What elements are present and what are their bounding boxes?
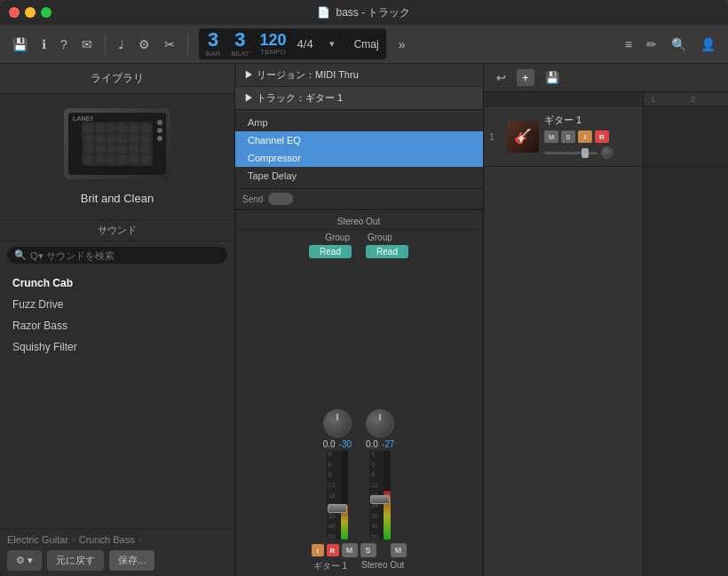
breadcrumb-sep: › (72, 534, 75, 545)
amp-body: LANEY (68, 113, 166, 175)
track-r-btn[interactable]: R (595, 130, 609, 143)
beat-value: 3 (234, 30, 245, 50)
plugin-item-channeleq[interactable]: Channel EQ (235, 131, 483, 149)
track-lane-1 (644, 107, 728, 167)
arrange-panel: ↩ + 💾 ⚙ › 1 🎸 ギター 1 (484, 64, 728, 576)
fader-thumb-2[interactable] (370, 495, 390, 504)
time-signature: 4/4 (297, 37, 313, 51)
pan-val-2: 0.0 (366, 439, 378, 449)
channel-name-stereo: Stereo Out (361, 560, 404, 572)
message-button[interactable]: ✉ (76, 34, 98, 55)
forward-button[interactable]: » (393, 34, 411, 55)
scissors-button[interactable]: ✂ (159, 34, 180, 55)
track-label-text: ▶ トラック：ギター 1 (244, 91, 343, 105)
r-btn-1[interactable]: R (327, 544, 339, 556)
minimize-button[interactable] (25, 7, 36, 18)
main-toolbar: 💾 ℹ ? ✉ ♩ ⚙ ✂ 3 BAR 3 BEAT 120 TEMPO 4/4 (0, 25, 728, 64)
pan-knob-small-1[interactable] (601, 146, 613, 159)
library-footer: Electric Guitar › Crunch Bass › ⚙ ▾ 元に戻す… (0, 528, 234, 576)
send-label: Send (242, 194, 263, 204)
reset-label: 元に戻す (56, 554, 95, 567)
list-item[interactable]: Fuzz Drive (0, 294, 234, 315)
send-row: Send (235, 189, 483, 209)
fader-1[interactable]: 6 0 6 12 18 24 30 40 50 (327, 451, 348, 540)
main-window: 📄 bass - トラック 💾 ℹ ? ✉ ♩ ⚙ ✂ 3 BAR 3 BEAT… (0, 0, 728, 576)
breadcrumb: Electric Guitar › Crunch Bass › (7, 534, 227, 545)
titlebar: 📄 bass - トラック (0, 0, 728, 25)
region-header: ▶ リージョン：MIDI Thru (235, 64, 483, 87)
arrange-toolbar: ↩ + 💾 ⚙ › (484, 64, 728, 92)
fader-thumb-1[interactable] (328, 504, 347, 513)
bar-label: BAR (206, 50, 220, 58)
read-row-1: Read Read (239, 245, 479, 258)
key-signature: Cmaj (354, 38, 379, 51)
group-row-1: Group Group (239, 230, 479, 245)
reset-button[interactable]: 元に戻す (47, 550, 104, 571)
arrange-area: 1 2 3 4 5 (644, 92, 728, 576)
settings-icon: ⚙ ▾ (16, 555, 33, 566)
plugin-item-compressor[interactable]: Compressor (235, 149, 483, 167)
section-label: サウンド (0, 220, 234, 241)
list-item[interactable]: Crunch Cab (0, 272, 234, 294)
metronome-button[interactable]: ♩ (113, 34, 130, 55)
pan-knob-2[interactable] (366, 409, 394, 438)
s-btn-1[interactable]: S (360, 543, 376, 557)
group-label-1: Group (325, 233, 350, 242)
save-arrange-btn[interactable]: 💾 (540, 69, 565, 86)
level-marks-1: 6 0 6 12 18 24 30 40 50 (328, 451, 336, 540)
breadcrumb-arrow: › (138, 534, 142, 545)
list-item[interactable]: Squishy Filter (0, 336, 234, 358)
maximize-button[interactable] (41, 7, 51, 18)
fader-strip-1: 0.0 -30 6 0 6 12 18 (323, 409, 352, 540)
doc-icon: 📄 (317, 6, 330, 19)
pan-knob-1[interactable] (323, 409, 352, 438)
track-s-btn[interactable]: S (561, 130, 575, 143)
m-btn-1[interactable]: M (342, 543, 358, 557)
track-thumbnail-1: 🎸 (507, 121, 539, 153)
divider-2 (187, 34, 188, 55)
save-button[interactable]: 保存... (109, 550, 154, 571)
region-label-text: ▶ リージョン：MIDI Thru (244, 68, 359, 82)
faders-row: 0.0 -30 6 0 6 12 18 (323, 258, 395, 543)
i-btn-1[interactable]: I (312, 544, 324, 556)
pan-values-1: 0.0 -30 (323, 439, 352, 449)
ruler-space (484, 92, 643, 107)
list-item[interactable]: Razor Bass (0, 315, 234, 336)
read-btn-1[interactable]: Read (309, 245, 352, 258)
close-button[interactable] (9, 7, 20, 18)
read-btn-2[interactable]: Read (366, 245, 408, 258)
volume-slider-1[interactable] (544, 152, 597, 154)
plugin-list: Amp Channel EQ Compressor Tape Delay (235, 110, 483, 189)
track-controls-1: M S I R (544, 130, 637, 143)
amp-speaker-grid (82, 122, 153, 166)
info-button[interactable]: ℹ (36, 34, 51, 55)
ruler: 1 2 3 4 5 (644, 92, 728, 107)
help-button[interactable]: ? (55, 34, 73, 55)
plugin-item-tapedelay[interactable]: Tape Delay (235, 167, 483, 185)
track-i-btn[interactable]: I (578, 130, 592, 143)
bar-value: 3 (208, 30, 218, 50)
plugin-item-amp[interactable]: Amp (235, 114, 483, 131)
track-m-btn[interactable]: M (544, 130, 558, 143)
pan-val-1: 0.0 (323, 439, 336, 449)
settings-dropdown-button[interactable]: ⚙ ▾ (7, 550, 42, 571)
search-input[interactable] (30, 250, 220, 261)
time-sig-dropdown[interactable]: ▾ (324, 35, 340, 53)
fader-2[interactable]: 6 0 6 12 18 24 30 40 50 (369, 451, 391, 540)
library-header: ライブラリ (0, 64, 234, 94)
add-track-btn[interactable]: + (517, 69, 534, 86)
transport-display: 3 BAR 3 BEAT 120 TEMPO 4/4 ▾ Cmaj (199, 28, 386, 59)
title-label: bass - トラック (336, 5, 410, 20)
send-toggle[interactable] (268, 193, 293, 205)
share-button[interactable]: 👤 (695, 34, 721, 55)
save-icon-button[interactable]: 💾 (7, 34, 33, 55)
search-button[interactable]: 🔍 (666, 34, 692, 55)
save-label: 保存... (118, 554, 146, 567)
mixer-button[interactable]: ⚙ (133, 34, 155, 55)
list-button[interactable]: ≡ (620, 34, 637, 55)
back-arrange-btn[interactable]: ↩ (491, 69, 511, 86)
m-btn-2[interactable]: M (391, 543, 407, 557)
vol-thumb-1[interactable] (582, 148, 589, 158)
toolbar-right: ≡ ✏ 🔍 👤 (620, 34, 721, 55)
edit-button[interactable]: ✏ (641, 34, 662, 55)
